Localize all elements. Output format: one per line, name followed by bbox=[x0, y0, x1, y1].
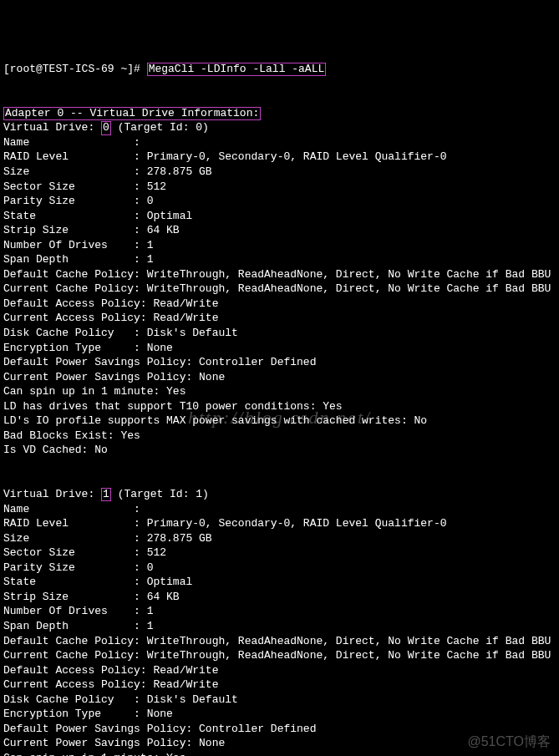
terminal-output: [root@TEST-ICS-69 ~]# MegaCli -LDInfo -L… bbox=[3, 62, 556, 756]
vd1-line-suffix: (Target Id: 1) bbox=[111, 488, 209, 500]
adapter-header-highlighted: Adapter 0 -- Virtual Drive Information: bbox=[3, 107, 261, 120]
shell-prompt: [root@TEST-ICS-69 ~]# bbox=[3, 63, 147, 75]
vd0-line-suffix: (Target Id: 0) bbox=[111, 121, 209, 134]
vd0-body: Name : RAID Level : Primary-0, Secondary… bbox=[3, 136, 551, 456]
command-highlighted: MegaCli -LDInfo -Lall -aALL bbox=[147, 63, 327, 76]
vd1-line-prefix: Virtual Drive: bbox=[3, 488, 101, 500]
vd0-num-highlighted: 0 bbox=[101, 121, 111, 134]
vd1-num-highlighted: 1 bbox=[101, 488, 111, 501]
vd1-body: Name : RAID Level : Primary-0, Secondary… bbox=[3, 503, 551, 756]
vd0-line-prefix: Virtual Drive: bbox=[3, 121, 101, 134]
